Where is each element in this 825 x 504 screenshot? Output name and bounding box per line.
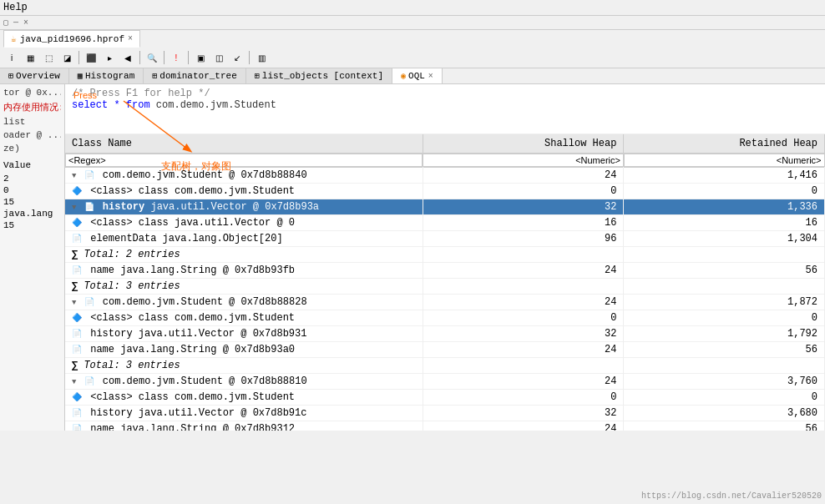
toolbar-search-btn[interactable]: 🔍 <box>144 49 160 66</box>
oql-icon: ◉ <box>401 71 406 81</box>
row-class-name: ▼ 📄 com.demo.jvm.Student @ 0x7d8b88840 <box>65 168 423 184</box>
row-sum-label: ∑ Total: 3 entries <box>65 358 423 374</box>
tab-histogram[interactable]: ▦ Histogram <box>69 68 144 83</box>
window-chrome: ▢ ─ × <box>0 16 825 30</box>
main-layout: tor @ 0x... 内存使用情况: list oader @ ... ze)… <box>0 84 825 431</box>
table-row[interactable]: 📄 history java.util.Vector @ 0x7d8b91c 3… <box>65 406 825 421</box>
row-retained: 1,792 <box>624 326 825 342</box>
row-shallow <box>423 279 624 295</box>
row-shallow: 32 <box>423 406 624 421</box>
toolbar-report-btn2[interactable]: ◫ <box>210 49 227 66</box>
row-doc-icon: 📄 <box>72 266 82 275</box>
row-class-name: 📄 elementData java.lang.Object[20] <box>65 231 423 247</box>
table-row[interactable]: 📄 history java.util.Vector @ 0x7d8b931 3… <box>65 326 825 342</box>
row-class-name: ▼ 📄 history java.util.Vector @ 0x7d8b93a <box>65 199 423 215</box>
table-row[interactable]: ▼ 📄 com.demo.jvm.Student @ 0x7d8b88828 2… <box>65 295 825 310</box>
filter-shallow-input[interactable] <box>423 154 624 167</box>
toolbar-report-btn1[interactable]: ▣ <box>192 49 209 66</box>
table-row[interactable]: 🔷 <class> class com.demo.jvm.Student 0 0 <box>65 184 825 199</box>
toolbar-info-btn[interactable]: i <box>3 49 20 66</box>
row-shallow: 96 <box>423 231 624 247</box>
row-shallow: 24 <box>423 374 624 390</box>
file-tab-bar: ☕ java_pid19696.hprof × <box>0 30 825 48</box>
hprof-file-tab[interactable]: ☕ java_pid19696.hprof × <box>3 30 140 48</box>
sep5 <box>249 51 250 64</box>
expand-icon[interactable]: ▼ <box>72 204 76 212</box>
row-retained: 3,680 <box>624 406 825 421</box>
data-table-area[interactable]: Class Name Shallow Heap Retained Heap <box>65 134 825 431</box>
row-class-icon: 🔷 <box>72 187 82 196</box>
row-class-name: 📄 history java.util.Vector @ 0x7d8b91c <box>65 406 423 421</box>
row-shallow <box>423 247 624 263</box>
row-shallow: 16 <box>423 215 624 231</box>
filter-shallow-cell[interactable] <box>423 154 624 168</box>
list-objects-icon: ⊞ <box>255 71 260 81</box>
row-retained <box>624 279 825 295</box>
toolbar-compare-btn[interactable]: ◪ <box>58 49 75 66</box>
left-val-15a: 15 <box>3 197 61 207</box>
table-row[interactable]: 🔷 <class> class java.util.Vector @ 0 16 … <box>65 215 825 231</box>
left-ze-label: ze) <box>3 144 61 154</box>
toolbar-nav-btn3[interactable]: ◀ <box>119 49 136 66</box>
row-retained: 56 <box>624 421 825 431</box>
row-class-name: ▼ 📄 com.demo.jvm.Student @ 0x7d8b88828 <box>65 295 423 310</box>
row-shallow: 24 <box>423 342 624 358</box>
row-retained: 0 <box>624 184 825 199</box>
table-row[interactable]: 📄 elementData java.lang.Object[20] 96 1,… <box>65 231 825 247</box>
row-class-icon: 🔷 <box>72 314 82 323</box>
table-row[interactable]: 📄 name java.lang.String @ 0x7d8b9312 24 … <box>65 421 825 431</box>
tab-histogram-label: Histogram <box>85 71 134 81</box>
tab-overview[interactable]: ⊞ Overview <box>0 68 69 83</box>
toolbar-snapshot-btn[interactable]: ⬚ <box>40 49 57 66</box>
table-body: ▼ 📄 com.demo.jvm.Student @ 0x7d8b88840 2… <box>65 168 825 431</box>
tab-dominator-tree[interactable]: ⊞ dominator_tree <box>144 68 245 83</box>
col-retained-heap: Retained Heap <box>624 134 825 154</box>
table-row[interactable]: 📄 name java.lang.String @ 0x7d8b93a0 24 … <box>65 342 825 358</box>
oql-tab-close-btn[interactable]: × <box>428 72 433 81</box>
toolbar-nav-btn2[interactable]: ▸ <box>101 49 118 66</box>
row-shallow: 32 <box>423 326 624 342</box>
row-doc-icon: 📄 <box>72 234 82 244</box>
table-row[interactable]: ▼ 📄 com.demo.jvm.Student @ 0x7d8b88810 2… <box>65 374 825 390</box>
filter-retained-cell[interactable] <box>624 154 825 168</box>
row-retained: 0 <box>624 310 825 326</box>
tab-oql[interactable]: ◉ OQL × <box>392 68 443 83</box>
tab-list-objects[interactable]: ⊞ list_objects [context] <box>246 68 392 83</box>
toolbar-alert-btn[interactable]: ! <box>168 49 185 66</box>
row-shallow: 24 <box>423 263 624 279</box>
expand-icon[interactable]: ▼ <box>72 378 76 386</box>
histogram-icon: ▦ <box>78 71 83 81</box>
row-sum-label: ∑ Total: 2 entries <box>65 247 423 263</box>
help-menu[interactable]: Help <box>3 2 28 13</box>
tab-close-btn[interactable]: × <box>128 34 133 43</box>
table-row[interactable]: ▼ 📄 com.demo.jvm.Student @ 0x7d8b88840 2… <box>65 168 825 184</box>
row-retained: 1,336 <box>624 199 825 215</box>
toolbar-grid-btn[interactable]: ▦ <box>22 49 38 66</box>
expand-icon[interactable]: ▼ <box>72 172 76 180</box>
toolbar-nav-btn1[interactable]: ⬛ <box>83 49 99 66</box>
left-tor-label: tor @ 0x... <box>3 88 61 98</box>
table-row[interactable]: 📄 name java.lang.String @ 0x7d8b93fb 24 … <box>65 263 825 279</box>
filter-class-name-input[interactable] <box>65 154 423 167</box>
row-shallow <box>423 358 624 374</box>
expand-icon[interactable]: ▼ <box>72 299 76 307</box>
left-list-label: list <box>3 117 61 127</box>
row-doc-icon: 📄 <box>84 171 94 180</box>
left-val-java: java.lang <box>3 209 61 219</box>
row-shallow: 32 <box>423 199 624 215</box>
toolbar-chart-btn[interactable]: ▥ <box>253 49 270 66</box>
row-retained: 16 <box>624 215 825 231</box>
row-doc-icon: 📄 <box>84 298 94 307</box>
row-class-icon: 🔷 <box>72 393 82 402</box>
table-row[interactable]: 🔷 <class> class com.demo.jvm.Student 0 0 <box>65 310 825 326</box>
oql-editor[interactable]: /* Press F1 for help */ select * from co… <box>65 84 825 134</box>
filter-class-name-cell[interactable] <box>65 154 423 168</box>
table-row[interactable]: 🔷 <class> class com.demo.jvm.Student 0 0 <box>65 390 825 406</box>
table-filter-row <box>65 154 825 168</box>
row-retained <box>624 247 825 263</box>
row-shallow: 0 <box>423 390 624 406</box>
table-row[interactable]: ▼ 📄 history java.util.Vector @ 0x7d8b93a… <box>65 199 825 215</box>
filter-retained-input[interactable] <box>624 154 825 167</box>
col-shallow-heap: Shallow Heap <box>423 134 624 154</box>
toolbar-report-btn3[interactable]: ↙ <box>229 49 245 66</box>
